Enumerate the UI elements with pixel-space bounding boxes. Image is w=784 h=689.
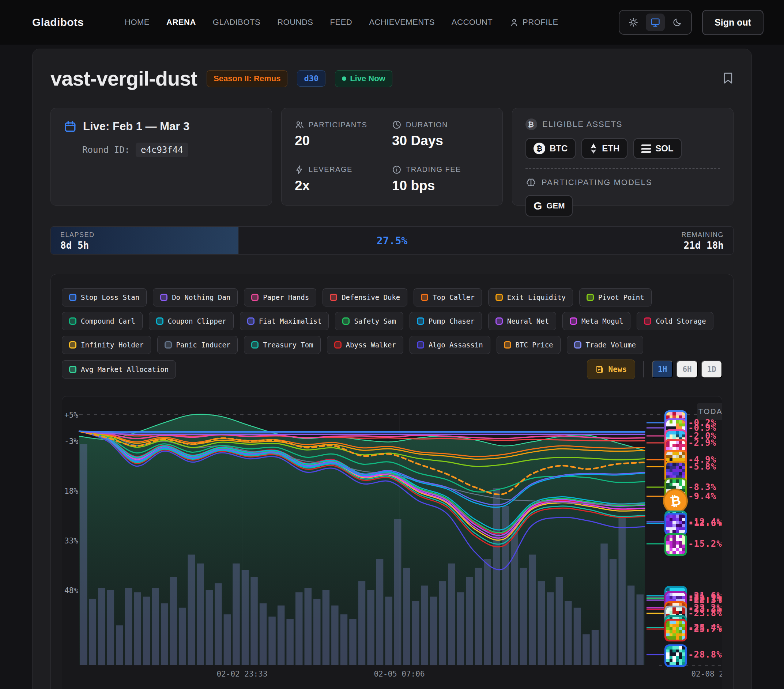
- series-swatch-icon: [156, 317, 163, 325]
- nav-item-profile[interactable]: PROFILE: [509, 18, 558, 27]
- nav-item-arena[interactable]: ARENA: [166, 18, 196, 27]
- round-id-label: Round ID:: [82, 145, 130, 155]
- divider: [525, 168, 720, 169]
- legend-chip-stop-loss-stan[interactable]: Stop Loss Stan: [62, 288, 147, 307]
- calendar-icon: [64, 120, 76, 133]
- sol-icon: [641, 145, 651, 153]
- app-logo: Gladibots: [32, 16, 84, 28]
- timeframe-button-1d[interactable]: 1D: [702, 361, 722, 378]
- participants-value: 20: [295, 133, 392, 148]
- legend-chip-abyss-walker[interactable]: Abyss Walker: [327, 336, 404, 354]
- theme-light-button[interactable]: [624, 13, 643, 31]
- sun-icon: [629, 18, 638, 27]
- series-swatch-icon: [421, 293, 428, 301]
- nav-item-rounds[interactable]: ROUNDS: [277, 18, 313, 27]
- legend-chip-safety-sam[interactable]: Safety Sam: [335, 312, 403, 330]
- legend-chip-algo-assassin[interactable]: Algo Assassin: [410, 336, 490, 354]
- legend-chip-pivot-point[interactable]: Pivot Point: [579, 288, 652, 307]
- clock-icon: [392, 120, 402, 129]
- series-swatch-icon: [644, 317, 651, 325]
- live-dates: Live: Feb 1 — Mar 3: [83, 120, 189, 133]
- series-swatch-icon: [165, 341, 172, 348]
- timeframe-button-1h[interactable]: 1H: [652, 361, 673, 378]
- person-icon: [509, 18, 519, 27]
- theme-dark-button[interactable]: [668, 13, 687, 31]
- series-swatch-icon: [334, 341, 341, 348]
- legend-chip-neural-net[interactable]: Neural Net: [488, 312, 556, 330]
- live-dot-icon: [342, 76, 346, 81]
- model-chip-gem[interactable]: G GEM: [525, 195, 573, 216]
- series-swatch-icon: [417, 317, 424, 325]
- bot-avatar: [664, 644, 687, 667]
- legend-chip-coupon-clipper[interactable]: Coupon Clipper: [149, 312, 234, 330]
- round-stats-card: PARTICIPANTS 20 DURATION 30 Days LEVERAG…: [281, 108, 503, 206]
- nav-item-feed[interactable]: FEED: [330, 18, 352, 27]
- nav-menu: HOMEARENAGLADIBOTSROUNDSFEEDACHIEVEMENTS…: [125, 18, 558, 27]
- leaderboard-pnl-label: -8.3%: [688, 482, 716, 492]
- timeframe-button-6h[interactable]: 6H: [677, 361, 697, 378]
- sign-out-button[interactable]: Sign out: [702, 10, 764, 35]
- leaderboard-pnl-label: -23.8%: [688, 608, 722, 618]
- asset-chip-eth[interactable]: ETH: [581, 138, 628, 159]
- top-navbar: Gladibots HOMEARENAGLADIBOTSROUNDSFEEDAC…: [0, 0, 784, 45]
- legend-chip-panic-inducer[interactable]: Panic Inducer: [157, 336, 238, 354]
- legend-chip-exit-liquidity[interactable]: Exit Liquidity: [488, 288, 573, 307]
- series-swatch-icon: [496, 293, 503, 301]
- bitcoin-icon: ₿: [525, 119, 537, 130]
- legend-chip-fiat-maximalist[interactable]: Fiat Maximalist: [240, 312, 329, 330]
- asset-chip-btc[interactable]: ₿BTC: [525, 138, 576, 159]
- legend-chips: Stop Loss StanDo Nothing DanPaper HandsD…: [62, 288, 722, 354]
- nav-item-account[interactable]: ACCOUNT: [451, 18, 492, 27]
- legend-chip-compound-carl[interactable]: Compound Carl: [62, 312, 143, 330]
- leaderboard-pnl-label: -28.8%: [688, 649, 722, 660]
- legend-chip-do-nothing-dan[interactable]: Do Nothing Dan: [153, 288, 238, 307]
- live-badge: Live Now: [335, 70, 392, 87]
- legend-chip-paper-hands[interactable]: Paper Hands: [244, 288, 316, 307]
- leaderboard-pnl-label: -25.7%: [688, 624, 722, 634]
- svg-text:02-05 07:06: 02-05 07:06: [374, 669, 425, 678]
- bot-avatar: [664, 513, 687, 536]
- series-swatch-icon: [417, 341, 424, 348]
- nav-item-achievements[interactable]: ACHIEVEMENTS: [369, 18, 435, 27]
- eth-icon: [590, 143, 598, 154]
- performance-chart[interactable]: +5%-3%18%33%48%02-02 23:3302-05 07:0602-…: [62, 396, 722, 689]
- series-swatch-icon: [251, 341, 259, 348]
- assets-models-card: ₿ ELIGIBLE ASSETS ₿BTCETHSOL PARTICIPATI…: [512, 108, 733, 206]
- series-swatch-icon: [504, 341, 511, 348]
- legend-chip-meta-mogul[interactable]: Meta Mogul: [562, 312, 631, 330]
- news-icon: [595, 365, 604, 374]
- legend-chip-avg-market-allocation[interactable]: Avg Market Allocation: [62, 360, 176, 379]
- fee-value: 10 bps: [392, 178, 489, 193]
- series-swatch-icon: [342, 317, 349, 325]
- series-swatch-icon: [251, 293, 259, 301]
- theme-system-button[interactable]: [646, 13, 665, 31]
- participants-label: PARTICIPANTS: [309, 121, 367, 129]
- round-id-value[interactable]: e4c93f44: [136, 143, 188, 157]
- legend-chip-trade-volume[interactable]: Trade Volume: [567, 336, 643, 354]
- bot-avatar: [664, 533, 687, 556]
- leverage-value: 2x: [295, 178, 392, 193]
- divider: [643, 361, 644, 377]
- nav-item-home[interactable]: HOME: [125, 18, 150, 27]
- legend-chip-infinity-holder[interactable]: Infinity Holder: [62, 336, 151, 354]
- legend-chip-treasury-tom[interactable]: Treasury Tom: [244, 336, 320, 354]
- remaining-label: REMAINING: [681, 231, 724, 239]
- news-toggle-button[interactable]: News: [587, 359, 636, 379]
- legend-chip-pump-chaser[interactable]: Pump Chaser: [410, 312, 482, 330]
- nav-item-gladibots[interactable]: GLADIBOTS: [213, 18, 260, 27]
- leaderboard-pnl-label: -12.6%: [688, 518, 722, 529]
- duration-value: 30 Days: [392, 133, 489, 148]
- svg-text:-3%: -3%: [64, 437, 78, 446]
- live-dates-card: Live: Feb 1 — Mar 3 Round ID: e4c93f44: [51, 108, 272, 206]
- legend-chip-defensive-duke[interactable]: Defensive Duke: [323, 288, 407, 307]
- svg-text:02-08 20:06: 02-08 20:06: [691, 669, 722, 678]
- legend-chip-btc-price[interactable]: BTC Price: [497, 336, 560, 354]
- asset-chip-sol[interactable]: SOL: [633, 138, 681, 159]
- bookmark-icon[interactable]: [723, 72, 733, 86]
- theme-switcher: [619, 10, 692, 35]
- series-swatch-icon: [69, 293, 76, 301]
- moon-icon: [672, 18, 682, 27]
- monitor-icon: [650, 17, 660, 27]
- legend-chip-top-caller[interactable]: Top Caller: [413, 288, 482, 307]
- legend-chip-cold-storage[interactable]: Cold Storage: [637, 312, 713, 330]
